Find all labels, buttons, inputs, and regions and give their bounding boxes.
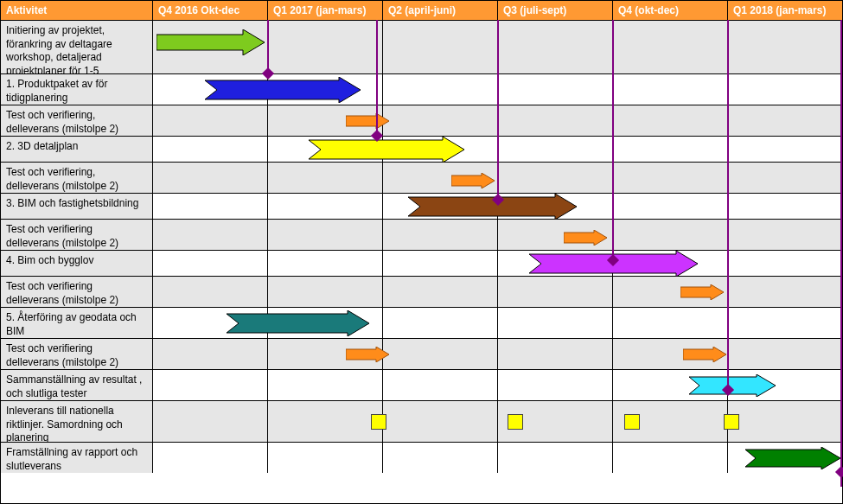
- activity-label: 3. BIM och fastighetsbildning: [1, 194, 153, 219]
- timeline: [153, 251, 843, 276]
- milestone-line-2: [376, 20, 378, 136]
- activity-label: 2. 3D detaljplan: [1, 137, 153, 162]
- arrow-initiation: [156, 29, 265, 50]
- deliverable-box-q2: [371, 414, 386, 430]
- milestone-line-3: [497, 20, 499, 200]
- svg-marker-1: [205, 77, 361, 103]
- activity-label: Test och verifiering, delleverans (milst…: [1, 163, 153, 193]
- arrow-test-3: [564, 230, 607, 246]
- row-14: Framställning av rapport och slutleveran…: [1, 442, 842, 473]
- row-9: Test och verifiering delleverans (milsto…: [1, 276, 842, 307]
- arrow-test-5a: [346, 347, 389, 362]
- arrow-geodata: [227, 310, 369, 331]
- svg-marker-9: [227, 310, 369, 336]
- deliverable-box-q5: [724, 414, 739, 430]
- arrow-test-4: [680, 284, 724, 300]
- deliverable-box-q4: [624, 414, 640, 430]
- arrow-3d-plan: [309, 137, 464, 157]
- gantt-chart: Aktivitet Q4 2016 Okt-dec Q1 2017 (jan-m…: [0, 0, 843, 504]
- activity-label: 4. Bim och bygglov: [1, 251, 153, 276]
- timeline: [153, 339, 843, 369]
- row-7: Test och verifiering delleverans (milsto…: [1, 219, 842, 250]
- activity-label: Initiering av projektet, förankring av d…: [1, 21, 153, 73]
- svg-marker-4: [451, 173, 495, 188]
- activity-label: Test och verifiering delleverans (milsto…: [1, 220, 153, 250]
- header-q3: Q3 (juli-sept): [498, 1, 613, 20]
- header-q5: Q1 2018 (jan-mars): [728, 1, 843, 20]
- svg-marker-3: [309, 137, 464, 163]
- activity-label: Test och verifiering delleverans (milsto…: [1, 277, 153, 307]
- svg-marker-11: [683, 347, 726, 362]
- arrow-test-1: [346, 113, 389, 129]
- row-4: 2. 3D detaljplan: [1, 136, 842, 162]
- header-q1: Q1 2017 (jan-mars): [268, 1, 383, 20]
- row-6: 3. BIM och fastighetsbildning: [1, 193, 842, 219]
- arrow-test-2: [451, 173, 495, 188]
- row-3: Test och verifiering, delleverans (milst…: [1, 105, 842, 136]
- timeline: [153, 220, 843, 250]
- activity-label: 5. Återföring av geodata och BIM: [1, 308, 153, 338]
- milestone-line-5: [727, 20, 729, 390]
- header-q0: Q4 2016 Okt-dec: [153, 1, 268, 20]
- row-11: Test och verifiering delleverans (milsto…: [1, 338, 842, 369]
- header-activity: Aktivitet: [1, 1, 153, 20]
- row-12: Sammanställning av resultat , och slutli…: [1, 369, 842, 400]
- svg-marker-13: [745, 447, 840, 469]
- milestone-line-1: [267, 20, 269, 73]
- timeline: [153, 401, 843, 442]
- activity-label: Framställning av rapport och slutleveran…: [1, 443, 153, 473]
- activity-label: Sammanställning av resultat , och slutli…: [1, 370, 153, 400]
- header-q2: Q2 (april-juni): [383, 1, 498, 20]
- header-row: Aktivitet Q4 2016 Okt-dec Q1 2017 (jan-m…: [1, 1, 842, 20]
- deliverable-box-q3: [508, 414, 523, 430]
- row-8: 4. Bim och bygglov: [1, 250, 842, 276]
- arrow-final-report: [745, 447, 840, 468]
- milestone-line-6: [840, 20, 842, 487]
- svg-marker-0: [156, 29, 265, 55]
- activity-label: Inleverans till nationella riktlinjer. S…: [1, 401, 153, 442]
- header-q4: Q4 (okt-dec): [613, 1, 728, 20]
- arrow-product-package: [205, 77, 361, 98]
- activity-label: Test och verifiering delleverans (milsto…: [1, 339, 153, 369]
- row-2: 1. Produktpaket av för tidigplanering: [1, 73, 842, 105]
- row-13: Inleverans till nationella riktlinjer. S…: [1, 400, 842, 442]
- timeline: [153, 308, 843, 338]
- row-1: Initiering av projektet, förankring av d…: [1, 20, 842, 73]
- row-5: Test och verifiering, delleverans (milst…: [1, 162, 842, 193]
- arrow-bim-fastighet: [408, 194, 577, 214]
- activity-label: 1. Produktpaket av för tidigplanering: [1, 74, 153, 105]
- activity-label: Test och verifiering, delleverans (milst…: [1, 105, 153, 136]
- timeline: [153, 370, 843, 400]
- timeline: [153, 443, 843, 473]
- svg-marker-2: [346, 113, 389, 129]
- row-10: 5. Återföring av geodata och BIM: [1, 307, 842, 338]
- arrow-compile: [689, 374, 776, 395]
- svg-marker-12: [689, 374, 776, 397]
- svg-marker-10: [346, 347, 389, 362]
- svg-marker-8: [680, 284, 724, 300]
- arrow-test-5b: [683, 347, 726, 362]
- milestone-line-4: [612, 20, 614, 260]
- svg-marker-6: [564, 230, 607, 246]
- timeline: [153, 277, 843, 307]
